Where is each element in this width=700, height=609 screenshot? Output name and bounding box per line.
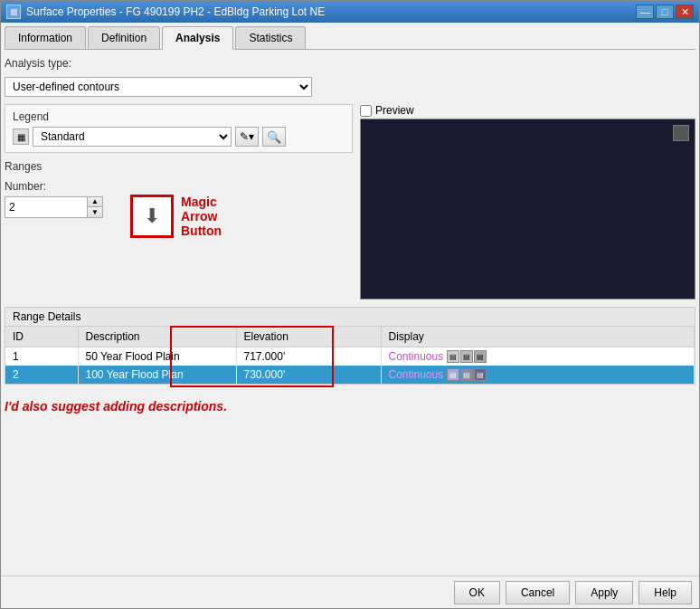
title-bar: ▦ Surface Properties - FG 490199 PH2 - E… [1, 1, 699, 23]
ok-button[interactable]: OK [454, 581, 500, 604]
tab-bar: Information Definition Analysis Statisti… [5, 26, 695, 50]
range-details-table: ID Description Elevation Display 1 50 Ye… [5, 327, 695, 384]
bottom-bar: OK Cancel Apply Help [1, 576, 699, 608]
content-area: Information Definition Analysis Statisti… [1, 23, 699, 576]
legend-label: Legend [13, 110, 345, 123]
cell-display-1: Continuous ▤ ▤ ▤ [381, 347, 695, 366]
display-icons-1: ▤ ▤ ▤ [447, 350, 487, 363]
preview-area [360, 119, 695, 300]
legend-edit-button[interactable]: ✎▾ [235, 127, 259, 147]
number-row: Number: ▲ ▼ [5, 180, 103, 218]
cell-display-2: Continuous ▤ ▤ ▤ [381, 366, 695, 384]
help-button[interactable]: Help [639, 581, 692, 604]
spinner-down[interactable]: ▼ [88, 207, 102, 217]
legend-section: Legend ▦ Standard ✎▾ 🔍 [5, 104, 353, 153]
table-row[interactable]: 2 100 Year Flood Plan 730.000' Continuou… [5, 366, 695, 384]
left-panel: Legend ▦ Standard ✎▾ 🔍 Ranges [5, 104, 353, 300]
number-input-wrapper: ▲ ▼ [5, 196, 103, 218]
spinner-up[interactable]: ▲ [88, 197, 102, 207]
magic-arrow-icon: ⬇ [144, 205, 160, 228]
analysis-type-label: Analysis type: [5, 57, 71, 70]
analysis-type-dropdown-row: User-defined contours [5, 77, 695, 97]
table-container: ID Description Elevation Display 1 50 Ye… [5, 327, 695, 384]
number-input[interactable] [5, 197, 87, 217]
cell-elev-2: 730.000' [236, 366, 381, 384]
display-icon-e: ▤ [460, 368, 473, 381]
title-bar-controls: — □ ✕ [636, 5, 694, 19]
cell-id-1: 1 [5, 347, 78, 366]
cell-desc-1: 50 Year Flood Plain [78, 347, 236, 366]
ranges-arrow-row: Number: ▲ ▼ [5, 180, 353, 238]
col-elevation: Elevation [236, 327, 381, 347]
col-display: Display [381, 327, 695, 347]
display-cell-1: Continuous ▤ ▤ ▤ [389, 350, 687, 363]
display-cell-2: Continuous ▤ ▤ ▤ [389, 368, 687, 381]
number-label: Number: [5, 180, 103, 193]
apply-button[interactable]: Apply [575, 581, 633, 604]
cell-elev-1: 717.000' [236, 347, 381, 366]
magic-arrow-button[interactable]: ⬇ [130, 195, 174, 238]
analysis-type-row: Analysis type: [5, 57, 695, 70]
two-col-layout: Legend ▦ Standard ✎▾ 🔍 Ranges [5, 104, 695, 300]
display-icons-2: ▤ ▤ ▤ [447, 368, 487, 381]
annotation-suggest-text: I'd also suggest adding descriptions. [5, 399, 695, 414]
tab-analysis[interactable]: Analysis [162, 26, 233, 50]
legend-dropdown-icon: ▦ [13, 128, 29, 145]
main-window: ▦ Surface Properties - FG 490199 PH2 - E… [0, 0, 700, 609]
analysis-type-select[interactable]: User-defined contours [5, 77, 312, 97]
col-id: ID [5, 327, 78, 347]
col-description: Description [78, 327, 236, 347]
preview-label-text: Preview [375, 104, 414, 117]
continuous-label-2: Continuous [389, 368, 444, 381]
display-icon-a: ▤ [447, 350, 459, 363]
maximize-button[interactable]: □ [656, 5, 674, 19]
minimize-button[interactable]: — [636, 5, 654, 19]
preview-label-row: Preview [360, 104, 695, 117]
display-icon-d: ▤ [447, 368, 459, 381]
preview-checkbox[interactable] [360, 105, 372, 117]
close-button[interactable]: ✕ [676, 5, 694, 19]
magic-arrow-container: ⬇ Magic Arrow Button [121, 195, 222, 238]
display-icon-c: ▤ [474, 350, 487, 363]
tab-information[interactable]: Information [5, 26, 86, 49]
preview-corner-handle [673, 125, 689, 141]
table-row[interactable]: 1 50 Year Flood Plain 717.000' Continuou… [5, 347, 695, 366]
legend-row: ▦ Standard ✎▾ 🔍 [13, 127, 345, 147]
display-icon-b: ▤ [460, 350, 473, 363]
table-header: ID Description Elevation Display [5, 327, 695, 347]
legend-select[interactable]: Standard [33, 127, 232, 147]
analysis-panel: Analysis type: User-defined contours Leg… [5, 57, 695, 572]
cell-id-2: 2 [5, 366, 78, 384]
tab-definition[interactable]: Definition [88, 26, 160, 49]
display-icon-f: ▤ [474, 368, 487, 381]
ranges-section: Ranges Number: ▲ ▼ [5, 160, 353, 238]
legend-search-button[interactable]: 🔍 [262, 127, 286, 147]
window-title: Surface Properties - FG 490199 PH2 - EdB… [26, 5, 325, 18]
title-bar-left: ▦ Surface Properties - FG 490199 PH2 - E… [6, 5, 325, 19]
range-details-section: Range Details ID Description Elevation D… [5, 307, 695, 385]
cancel-button[interactable]: Cancel [506, 581, 570, 604]
tab-statistics[interactable]: Statistics [235, 26, 306, 49]
range-details-container: Range Details ID Description Elevation D… [5, 307, 695, 385]
app-icon: ▦ [6, 5, 21, 19]
table-body: 1 50 Year Flood Plain 717.000' Continuou… [5, 347, 695, 385]
right-panel: Preview [360, 104, 695, 300]
range-details-header: Range Details [5, 308, 695, 327]
continuous-label-1: Continuous [389, 350, 444, 363]
cell-desc-2: 100 Year Flood Plan [78, 366, 236, 384]
magic-arrow-label: Magic Arrow Button [181, 195, 222, 238]
spinner-buttons: ▲ ▼ [87, 197, 102, 217]
ranges-label: Ranges [5, 160, 353, 173]
